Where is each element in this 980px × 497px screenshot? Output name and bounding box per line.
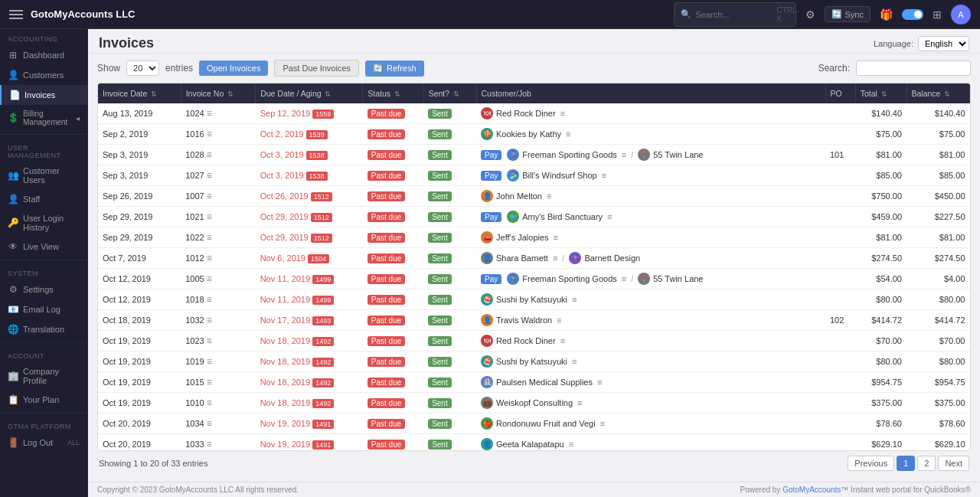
customer-menu-icon[interactable]: ≡ (602, 171, 606, 180)
settings-icon[interactable]: ⚙ (805, 8, 815, 21)
toggle-switch[interactable] (902, 9, 923, 20)
col-status[interactable]: Status ⇅ (363, 83, 423, 103)
sidebar-item-live-view[interactable]: 👁 Live View (0, 237, 87, 257)
col-balance[interactable]: Balance ⇅ (906, 83, 970, 103)
customer-name[interactable]: Weiskopf Consulting (496, 398, 573, 407)
sidebar-item-settings[interactable]: ⚙ Settings (0, 280, 87, 299)
sidebar-item-login-history[interactable]: 🔑 User Login History (0, 209, 87, 237)
customer-menu-icon[interactable]: ≡ (622, 274, 626, 283)
table-search-input[interactable] (856, 60, 971, 76)
customer-menu-icon[interactable]: ≡ (557, 316, 561, 325)
next-page-button[interactable]: Next (938, 456, 969, 471)
sidebar-item-logout[interactable]: 🚪 Log Out ALL (0, 433, 87, 453)
invoice-number[interactable]: 1027 (185, 171, 204, 180)
row-menu-icon[interactable]: ≡ (207, 191, 212, 201)
powered-by-link[interactable]: GotoMyAccounts (782, 486, 841, 494)
customer2-name[interactable]: 55 Twin Lane (653, 150, 703, 159)
invoice-number[interactable]: 1024 (185, 109, 204, 118)
row-menu-icon[interactable]: ≡ (207, 397, 212, 408)
col-po[interactable]: PO (825, 83, 855, 103)
gift-icon[interactable]: 🎁 (880, 8, 893, 21)
refresh-button[interactable]: 🔄 Refresh (365, 60, 424, 77)
row-menu-icon[interactable]: ≡ (207, 232, 212, 243)
sidebar-item-translation[interactable]: 🌐 Translation (0, 319, 87, 339)
invoice-number[interactable]: 1007 (185, 191, 204, 201)
customer-menu-icon[interactable]: ≡ (600, 419, 605, 428)
invoice-number[interactable]: 1034 (185, 419, 204, 428)
pay-badge[interactable]: Pay (481, 212, 501, 222)
customer-name[interactable]: Geeta Kalapatapu (496, 440, 564, 449)
customer-name[interactable]: Red Rock Diner (496, 109, 556, 118)
invoice-number[interactable]: 1016 (185, 129, 204, 139)
row-menu-icon[interactable]: ≡ (207, 170, 212, 181)
invoice-number[interactable]: 1018 (185, 295, 204, 304)
customer-menu-icon[interactable]: ≡ (607, 212, 612, 221)
sidebar-item-customers[interactable]: 👤 Customers (0, 65, 87, 85)
prev-page-button[interactable]: Previous (848, 456, 894, 471)
customer-name[interactable]: Rondonuwu Fruit and Vegi (496, 419, 596, 428)
sidebar-item-your-plan[interactable]: 📋 Your Plan (0, 390, 87, 410)
customer-menu-icon[interactable]: ≡ (560, 109, 565, 118)
row-menu-icon[interactable]: ≡ (207, 418, 212, 429)
customer-name[interactable]: Amy's Bird Sanctuary (522, 212, 603, 221)
col-customer[interactable]: Customer/Job (476, 83, 825, 103)
sidebar-item-email-log[interactable]: 📧 Email Log (0, 299, 87, 319)
customer-menu-icon[interactable]: ≡ (569, 440, 573, 449)
col-sent[interactable]: Sent? ⇅ (423, 83, 476, 103)
col-invoice-no[interactable]: Invoice No ⇅ (181, 83, 256, 103)
customer-name[interactable]: Bill's Windsurf Shop (522, 171, 596, 180)
row-menu-icon[interactable]: ≡ (207, 273, 212, 284)
sidebar-item-staff[interactable]: 👤 Staff (0, 189, 87, 209)
customer-menu-icon[interactable]: ≡ (553, 253, 557, 263)
customer-menu-icon[interactable]: ≡ (597, 378, 602, 387)
col-total[interactable]: Total ⇅ (855, 83, 906, 103)
customer-menu-icon[interactable]: ≡ (572, 295, 577, 304)
row-menu-icon[interactable]: ≡ (207, 211, 212, 222)
customer-name[interactable]: Freeman Sporting Goods (522, 150, 617, 159)
invoice-number[interactable]: 1021 (185, 212, 204, 221)
row-menu-icon[interactable]: ≡ (207, 294, 212, 305)
invoice-number[interactable]: 1032 (185, 316, 204, 325)
invoice-number[interactable]: 1028 (185, 150, 204, 159)
row-menu-icon[interactable]: ≡ (207, 129, 212, 139)
invoice-number[interactable]: 1019 (185, 357, 204, 366)
col-invoice-date[interactable]: Invoice Date ⇅ (98, 83, 181, 103)
customer-name[interactable]: Freeman Sporting Goods (522, 274, 617, 283)
customer-name[interactable]: Sushi by Katsuyuki (496, 295, 567, 304)
customer-menu-icon[interactable]: ≡ (554, 233, 558, 242)
customer-name[interactable]: Jeff's Jalopies (496, 233, 549, 242)
invoice-number[interactable]: 1033 (185, 440, 204, 449)
customer2-name[interactable]: Barnett Design (584, 253, 640, 263)
hamburger-button[interactable] (9, 10, 23, 19)
customer-name[interactable]: Travis Waldron (496, 316, 552, 325)
pastdue-invoices-button[interactable]: Past Due Invoices (274, 60, 359, 77)
customer-menu-icon[interactable]: ≡ (572, 357, 577, 366)
sidebar-item-billing[interactable]: 💲 Billing Management ◂ (0, 105, 87, 131)
row-menu-icon[interactable]: ≡ (207, 377, 212, 387)
sync-button[interactable]: 🔄 Sync (825, 6, 871, 22)
customer-name[interactable]: Paulsen Medical Supplies (496, 378, 593, 387)
sidebar-item-company-profile[interactable]: 🏢 Company Profile (0, 362, 87, 390)
avatar[interactable]: A (951, 5, 971, 25)
language-select[interactable]: English (918, 36, 969, 51)
customer-name[interactable]: Shara Barnett (496, 253, 548, 263)
row-menu-icon[interactable]: ≡ (207, 149, 212, 160)
invoice-number[interactable]: 1015 (185, 378, 204, 387)
sidebar-item-invoices[interactable]: 📄 Invoices (0, 85, 87, 105)
pay-badge[interactable]: Pay (481, 171, 501, 181)
invoice-number[interactable]: 1012 (185, 253, 204, 263)
customer-menu-icon[interactable]: ≡ (547, 191, 551, 201)
pay-badge[interactable]: Pay (481, 150, 501, 160)
global-search-input[interactable] (696, 10, 773, 19)
invoice-number[interactable]: 1022 (185, 233, 204, 242)
sidebar-item-customer-users[interactable]: 👥 Customer Users (0, 162, 87, 189)
row-menu-icon[interactable]: ≡ (207, 108, 212, 119)
row-menu-icon[interactable]: ≡ (207, 335, 212, 346)
invoice-number[interactable]: 1010 (185, 398, 204, 407)
page-2-button[interactable]: 2 (917, 456, 936, 471)
invoice-number[interactable]: 1023 (185, 336, 204, 345)
customer-menu-icon[interactable]: ≡ (560, 336, 565, 345)
row-menu-icon[interactable]: ≡ (207, 356, 212, 367)
invoice-number[interactable]: 1005 (185, 274, 204, 283)
customer-name[interactable]: John Melton (496, 191, 542, 201)
